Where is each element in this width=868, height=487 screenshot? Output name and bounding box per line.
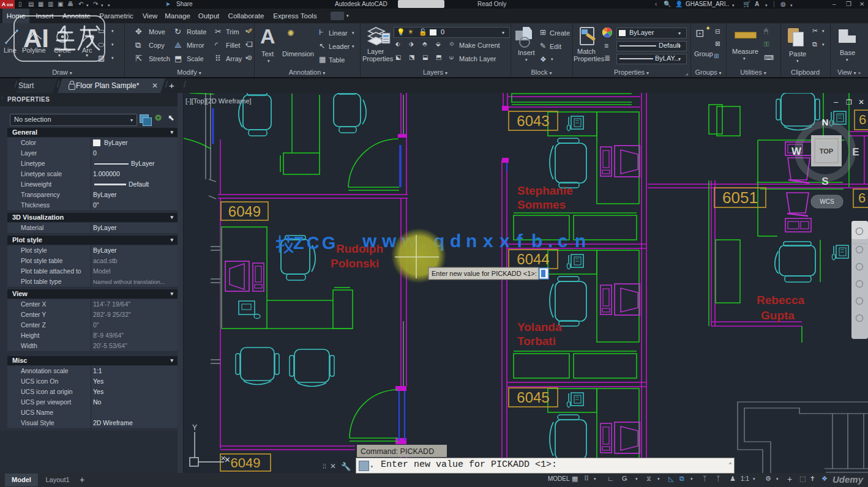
svg-text:🔧: 🔧 (341, 461, 351, 472)
svg-text:Gupta: Gupta (761, 309, 795, 322)
svg-text:n: n (466, 231, 477, 251)
svg-text:❐: ❐ (846, 99, 852, 106)
svg-text:x: x (499, 231, 510, 251)
svg-text:6043: 6043 (517, 113, 549, 129)
svg-text:✕: ✕ (330, 462, 336, 470)
svg-text:c: c (558, 231, 568, 251)
svg-text:W: W (791, 146, 802, 157)
svg-text:Sommes: Sommes (517, 198, 566, 211)
svg-text:✕: ✕ (220, 455, 226, 462)
svg-text:6051: 6051 (722, 188, 758, 207)
svg-text:Yolanda: Yolanda (517, 321, 562, 333)
svg-text:n: n (575, 231, 586, 251)
svg-text:TOP: TOP (820, 147, 833, 155)
svg-text:–: – (834, 97, 839, 106)
svg-text:6049: 6049 (228, 203, 261, 220)
svg-text:Enter new value for PICKADD <1: Enter new value for PICKADD <1>: (432, 270, 537, 277)
svg-text:x: x (483, 231, 493, 251)
svg-text:b: b (531, 231, 542, 251)
svg-text:WCS: WCS (820, 198, 834, 205)
svg-text:.: . (548, 231, 553, 251)
svg-text:6045: 6045 (517, 389, 549, 406)
svg-text:6044: 6044 (517, 251, 549, 267)
svg-text:6: 6 (858, 190, 866, 206)
svg-text:Command: PICKADD: Command: PICKADD (361, 447, 434, 456)
svg-text:Polonski: Polonski (331, 257, 379, 270)
svg-text:[-][Top][2D Wireframe]: [-][Top][2D Wireframe] (185, 97, 252, 105)
svg-text:Torbati: Torbati (517, 335, 556, 348)
svg-text:f: f (517, 231, 523, 251)
svg-text:E: E (852, 146, 859, 158)
svg-text:ZCG: ZCG (293, 233, 338, 253)
svg-text:d: d (450, 231, 461, 251)
svg-text:Y: Y (192, 423, 197, 432)
svg-text:6049: 6049 (231, 455, 261, 470)
svg-text:⁞⁞: ⁞⁞ (323, 463, 326, 470)
svg-text:Stephanie: Stephanie (517, 184, 573, 197)
svg-text:w: w (362, 231, 377, 251)
svg-text:Rebecca: Rebecca (757, 294, 805, 307)
svg-text:6: 6 (859, 112, 866, 127)
svg-text:✕: ✕ (858, 98, 864, 106)
svg-text:S: S (821, 176, 828, 187)
svg-text:N: N (822, 117, 829, 127)
